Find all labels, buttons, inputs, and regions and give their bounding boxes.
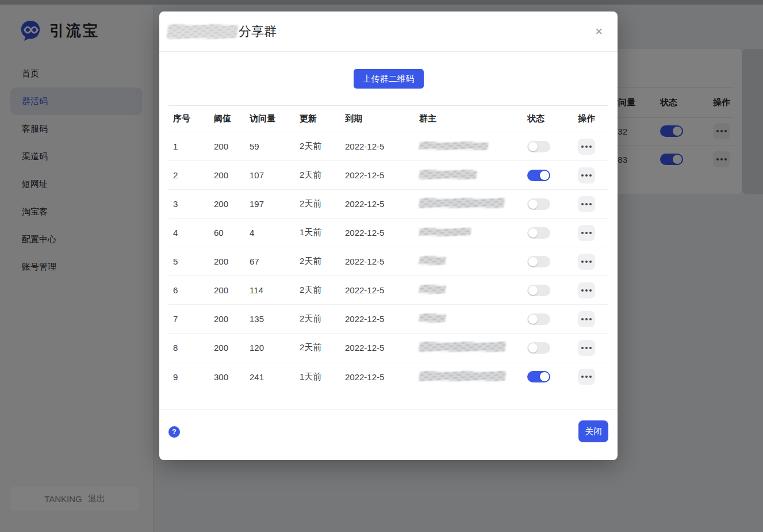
dot: [589, 376, 592, 378]
column-header-6: 状态: [527, 113, 578, 124]
cell-actions: [578, 225, 608, 241]
row-actions-button[interactable]: [578, 369, 595, 385]
row-actions-button[interactable]: [578, 311, 595, 327]
dot: [589, 174, 592, 177]
cell-index: 5: [168, 257, 205, 266]
modal-title-suffix: 分享群: [239, 23, 277, 40]
cell-visits: 59: [240, 141, 290, 151]
cell-expires: 2022-12-5: [336, 285, 410, 295]
status-toggle[interactable]: [527, 256, 550, 267]
dot: [589, 347, 592, 349]
modal-table-body: 1200592天前2022-12-522001072天前2022-12-5320…: [168, 132, 608, 391]
redacted-group-name: [166, 25, 238, 39]
cell-owner: [410, 314, 527, 324]
cell-updated: 2天前: [290, 198, 336, 209]
modal-title: 分享群: [167, 23, 277, 40]
status-toggle[interactable]: [527, 170, 550, 181]
cell-updated: 2天前: [290, 141, 336, 152]
status-toggle[interactable]: [527, 342, 550, 354]
status-toggle[interactable]: [527, 313, 550, 325]
cell-expires: 2022-12-5: [336, 314, 410, 324]
column-header-2: 访问量: [240, 113, 290, 124]
dot: [589, 203, 592, 205]
cell-expires: 2022-12-5: [336, 170, 410, 180]
toggle-knob: [528, 315, 538, 324]
cell-actions: [578, 196, 608, 212]
modal-header: 分享群 ×: [159, 12, 618, 52]
status-toggle[interactable]: [527, 371, 550, 382]
cell-expires: 2022-12-5: [336, 141, 410, 151]
status-toggle[interactable]: [527, 141, 550, 152]
row-actions-button[interactable]: [578, 340, 595, 356]
cell-status: [527, 170, 578, 181]
help-icon[interactable]: ?: [168, 426, 180, 438]
table-row: 22001072天前2022-12-5: [168, 161, 608, 190]
modal-footer: ? 关闭: [159, 409, 618, 460]
table-row: 62001142天前2022-12-5: [168, 276, 608, 305]
cell-owner: [410, 228, 527, 238]
row-actions-button[interactable]: [578, 254, 595, 270]
row-actions-button[interactable]: [578, 139, 595, 155]
dot: [585, 174, 588, 177]
toggle-knob: [528, 286, 538, 295]
status-toggle[interactable]: [527, 227, 550, 239]
close-button[interactable]: 关闭: [578, 420, 608, 442]
cell-visits: 135: [240, 314, 290, 324]
cell-status: [527, 227, 578, 239]
cell-index: 3: [168, 199, 205, 209]
row-actions-button[interactable]: [578, 225, 595, 241]
cell-updated: 1天前: [290, 227, 336, 238]
cell-index: 2: [168, 170, 205, 180]
toggle-knob: [528, 257, 538, 266]
table-row: 46041天前2022-12-5: [168, 219, 608, 247]
dot: [585, 261, 588, 263]
row-actions-button[interactable]: [578, 196, 595, 212]
cell-owner: [410, 170, 527, 181]
dot: [589, 261, 592, 263]
cell-actions: [578, 254, 608, 270]
redacted-owner-name: [419, 170, 477, 179]
cell-owner: [410, 285, 527, 295]
close-icon[interactable]: ×: [592, 24, 606, 39]
cell-threshold: 200: [205, 343, 240, 353]
row-actions-button[interactable]: [578, 282, 595, 298]
status-toggle[interactable]: [527, 198, 550, 210]
cell-index: 7: [168, 314, 205, 324]
table-row: 93002411天前2022-12-5: [168, 362, 608, 391]
dot: [581, 232, 584, 234]
cell-threshold: 200: [205, 314, 240, 324]
cell-actions: [578, 311, 608, 327]
cell-updated: 2天前: [290, 256, 336, 267]
column-header-1: 阈值: [205, 113, 240, 124]
cell-owner: [410, 141, 527, 151]
dot: [589, 232, 592, 234]
cell-actions: [578, 340, 608, 356]
cell-expires: 2022-12-5: [336, 372, 410, 382]
upload-qrcode-button[interactable]: 上传群二维码: [354, 69, 424, 89]
table-row: 1200592天前2022-12-5: [168, 132, 608, 161]
cell-status: [527, 342, 578, 354]
dot: [585, 203, 588, 205]
column-header-4: 到期: [336, 113, 410, 124]
dot: [585, 146, 588, 148]
cell-actions: [578, 167, 608, 183]
toggle-knob: [528, 142, 538, 151]
cell-status: [527, 256, 578, 267]
dot: [589, 146, 592, 148]
cell-threshold: 60: [205, 228, 240, 238]
cell-actions: [578, 139, 608, 155]
table-row: 72001352天前2022-12-5: [168, 305, 608, 334]
toggle-knob: [540, 372, 549, 381]
cell-updated: 2天前: [290, 285, 336, 296]
column-header-5: 群主: [410, 113, 527, 124]
cell-threshold: 200: [205, 285, 240, 295]
cell-updated: 2天前: [290, 313, 336, 324]
cell-status: [527, 371, 578, 382]
cell-threshold: 300: [205, 372, 240, 382]
status-toggle[interactable]: [527, 285, 550, 296]
cell-visits: 4: [240, 228, 290, 238]
cell-status: [527, 313, 578, 325]
dot: [585, 232, 588, 234]
row-actions-button[interactable]: [578, 167, 595, 183]
redacted-owner-name: [419, 342, 506, 351]
